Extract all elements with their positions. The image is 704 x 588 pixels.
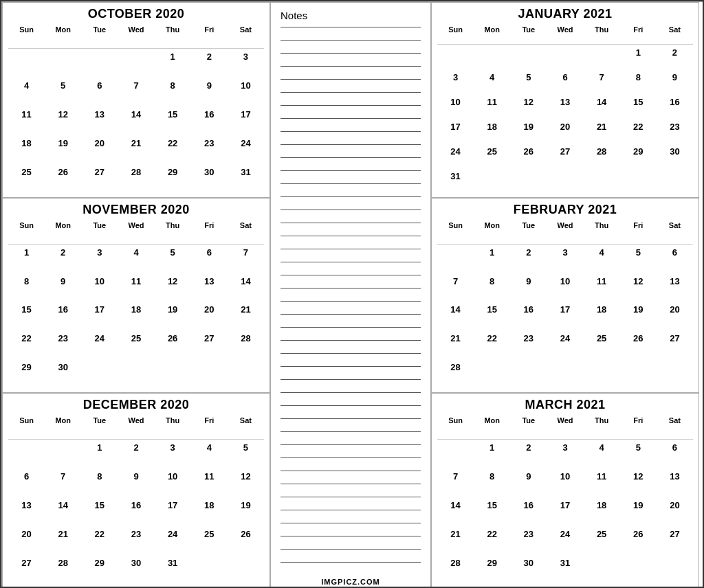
note-line xyxy=(280,223,421,223)
dow-wed: Wed xyxy=(118,24,154,49)
note-line xyxy=(280,523,421,523)
imgpicz-credit: IMGPICZ.COM xyxy=(280,575,421,586)
dow-tue: Tue xyxy=(81,24,118,49)
note-line xyxy=(280,431,421,432)
note-line xyxy=(280,131,421,132)
note-line xyxy=(280,105,421,106)
note-line xyxy=(280,418,421,419)
dow-fri: Fri xyxy=(191,24,228,49)
dow-sat: Sat xyxy=(228,24,264,49)
calendar-title-november: NOVEMBER 2020 xyxy=(8,203,264,217)
note-line xyxy=(280,314,421,315)
note-line xyxy=(280,144,421,145)
cal-grid-november: SunMonTueWedThuFriSat 1234567 8910111213… xyxy=(8,220,264,389)
note-line xyxy=(280,327,421,328)
note-line xyxy=(280,288,421,289)
cal-grid-february: SunMonTueWedThuFriSat 123456 78910111213… xyxy=(437,220,693,389)
calendar-title-march: MARCH 2021 xyxy=(437,398,693,412)
note-line xyxy=(280,405,421,406)
note-line xyxy=(280,392,421,393)
note-line xyxy=(280,301,421,302)
note-line xyxy=(280,196,421,197)
note-line xyxy=(280,340,421,341)
notes-title: Notes xyxy=(280,10,421,21)
dow-sun: Sun xyxy=(8,24,45,49)
note-line xyxy=(280,536,421,536)
calendar-title-october: OCTOBER 2020 xyxy=(8,7,264,21)
dow-thu: Thu xyxy=(155,24,191,49)
note-line xyxy=(280,40,421,41)
calendar-title-january: JANUARY 2021 xyxy=(437,7,693,21)
note-line xyxy=(280,379,421,380)
note-line xyxy=(280,275,421,275)
notes-panel: Notes xyxy=(270,2,431,588)
note-line xyxy=(280,471,421,471)
calendar-march-2021: MARCH 2021 SunMonTueWedThuFriSat 123456 … xyxy=(431,393,699,588)
note-line xyxy=(280,562,421,563)
dow-mon: Mon xyxy=(45,24,81,49)
note-line xyxy=(280,457,421,458)
cal-grid-december: SunMonTueWedThuFriSat 12345 6789101112 1… xyxy=(8,415,264,584)
page: OCTOBER 2020 Sun Mon Tue Wed Thu Fri Sat… xyxy=(1,1,704,588)
note-line xyxy=(280,53,421,54)
cal-grid-october: Sun Mon Tue Wed Thu Fri Sat 1 2 3 456789… xyxy=(8,24,264,193)
note-line xyxy=(280,366,421,367)
cal-grid-march: SunMonTueWedThuFriSat 123456 78910111213… xyxy=(437,415,693,584)
calendar-november-2020: NOVEMBER 2020 SunMonTueWedThuFriSat 1234… xyxy=(2,198,270,394)
calendar-january-2021: JANUARY 2021 SunMonTueWedThuFriSat 12 34… xyxy=(431,2,699,198)
note-line xyxy=(280,549,421,550)
calendar-title-february: FEBRUARY 2021 xyxy=(437,203,693,217)
note-line xyxy=(280,27,421,27)
note-line xyxy=(280,444,421,445)
note-line xyxy=(280,249,421,249)
calendar-october-2020: OCTOBER 2020 Sun Mon Tue Wed Thu Fri Sat… xyxy=(2,2,270,198)
note-line xyxy=(280,497,421,497)
note-line xyxy=(280,170,421,171)
notes-lines xyxy=(280,27,421,575)
day-1: 1 xyxy=(155,49,191,78)
note-line xyxy=(280,484,421,484)
note-line xyxy=(280,353,421,354)
calendar-title-december: DECEMBER 2020 xyxy=(8,398,264,412)
note-line xyxy=(280,118,421,119)
note-line xyxy=(280,92,421,93)
note-line xyxy=(280,66,421,67)
day-3: 3 xyxy=(228,49,264,78)
note-line xyxy=(280,236,421,236)
calendar-february-2021: FEBRUARY 2021 SunMonTueWedThuFriSat 1234… xyxy=(431,198,699,394)
day-2: 2 xyxy=(191,49,228,78)
note-line xyxy=(280,210,421,210)
note-line xyxy=(280,510,421,510)
cal-grid-january: SunMonTueWedThuFriSat 12 3456789 1011121… xyxy=(437,24,693,193)
note-line xyxy=(280,262,421,262)
note-line xyxy=(280,183,421,184)
note-line xyxy=(280,157,421,158)
calendar-december-2020: DECEMBER 2020 SunMonTueWedThuFriSat 1234… xyxy=(2,393,270,588)
note-line xyxy=(280,79,421,80)
